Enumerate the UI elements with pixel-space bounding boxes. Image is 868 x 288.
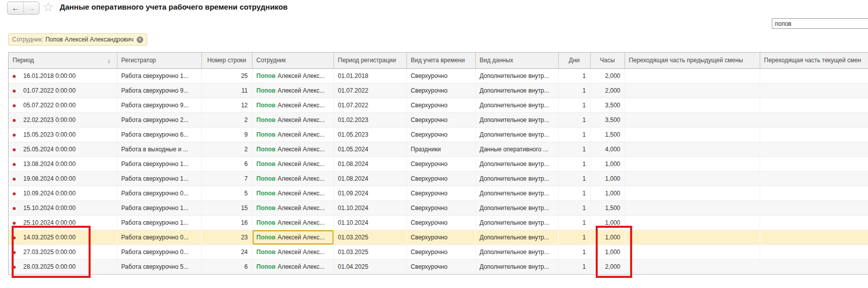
cell-registrar[interactable]: Работа сверхурочно 1... — [117, 215, 201, 230]
cell-employee[interactable]: ПоповАлексей Алекс... — [252, 215, 334, 230]
column-header-data-kind[interactable]: Вид данных — [475, 53, 558, 68]
cell-time-kind[interactable]: Сверхурочно — [406, 230, 475, 244]
cell-line-number[interactable]: 24 — [201, 244, 252, 259]
cell-time-kind[interactable]: Сверхурочно — [406, 127, 475, 142]
cell-line-number[interactable]: 2 — [201, 112, 252, 127]
cell-period[interactable]: 25.05.2024 0:00:00 — [9, 142, 117, 156]
cell-hours[interactable]: 1,000 — [590, 230, 625, 244]
cell-reg-period[interactable]: 01.08.2024 — [334, 156, 406, 171]
cell-reg-period[interactable]: 01.04.2025 — [334, 259, 406, 274]
table-row[interactable]: 14.03.2025 0:00:00 Работа сверхурочно 0.… — [9, 230, 868, 244]
cell-carry-prev[interactable] — [625, 171, 760, 186]
cell-carry-curr[interactable] — [760, 142, 868, 156]
cell-reg-period[interactable]: 01.03.2025 — [334, 244, 406, 259]
cell-hours[interactable]: 1,000 — [590, 156, 625, 171]
cell-period[interactable]: 16.01.2018 0:00:00 — [9, 68, 117, 83]
cell-period[interactable]: 19.08.2024 0:00:00 — [9, 171, 117, 186]
cell-data-kind[interactable]: Дополнительное внутр... — [475, 259, 558, 274]
cell-employee[interactable]: ПоповАлексей Алекс... — [252, 83, 334, 98]
cell-registrar[interactable]: Работа в выходные и ... — [117, 142, 201, 156]
cell-time-kind[interactable]: Сверхурочно — [406, 156, 475, 171]
cell-hours[interactable]: 1,000 — [590, 215, 625, 230]
cell-time-kind[interactable]: Праздники — [406, 142, 475, 156]
cell-time-kind[interactable]: Сверхурочно — [406, 68, 475, 83]
table-row[interactable]: 13.08.2024 0:00:00 Работа сверхурочно 1.… — [9, 156, 868, 171]
cell-days[interactable]: 1 — [558, 156, 590, 171]
cell-employee[interactable]: ПоповАлексей Алекс... — [252, 112, 334, 127]
column-header-hours[interactable]: Часы — [590, 53, 625, 68]
cell-employee[interactable]: ПоповАлексей Алекс... — [252, 156, 334, 171]
cell-reg-period[interactable]: 01.05.2024 — [334, 142, 406, 156]
cell-carry-prev[interactable] — [625, 244, 760, 259]
cell-line-number[interactable]: 25 — [201, 68, 252, 83]
cell-employee[interactable]: ПоповАлексей Алекс... — [252, 200, 334, 215]
cell-hours[interactable]: 2,000 — [590, 68, 625, 83]
cell-carry-prev[interactable] — [625, 112, 760, 127]
forward-button[interactable]: → — [23, 2, 39, 14]
cell-employee[interactable]: ПоповАлексей Алекс... — [252, 244, 334, 259]
cell-data-kind[interactable]: Дополнительное внутр... — [475, 215, 558, 230]
cell-days[interactable]: 1 — [558, 83, 590, 98]
cell-hours[interactable]: 1,000 — [590, 244, 625, 259]
cell-data-kind[interactable]: Дополнительное внутр... — [475, 68, 558, 83]
cell-time-kind[interactable]: Сверхурочно — [406, 98, 475, 112]
back-button[interactable]: ← — [8, 2, 23, 14]
cell-data-kind[interactable]: Дополнительное внутр... — [475, 186, 558, 200]
cell-carry-prev[interactable] — [625, 83, 760, 98]
cell-time-kind[interactable]: Сверхурочно — [406, 186, 475, 200]
cell-carry-prev[interactable] — [625, 259, 760, 274]
cell-period[interactable]: 01.07.2022 0:00:00 — [9, 83, 117, 98]
cell-employee[interactable]: ПоповАлексей Алекс... — [252, 142, 334, 156]
cell-period[interactable]: 27.03.2025 0:00:00 — [9, 244, 117, 259]
cell-line-number[interactable]: 15 — [201, 200, 252, 215]
cell-days[interactable]: 1 — [558, 259, 590, 274]
column-header-period[interactable]: Период↓ — [9, 53, 117, 68]
column-header-registrar[interactable]: Регистратор — [117, 53, 201, 68]
cell-reg-period[interactable]: 01.10.2024 — [334, 215, 406, 230]
cell-data-kind[interactable]: Дополнительное внутр... — [475, 98, 558, 112]
cell-registrar[interactable]: Работа сверхурочно 6... — [117, 127, 201, 142]
cell-carry-curr[interactable] — [760, 215, 868, 230]
cell-period[interactable]: 15.05.2023 0:00:00 — [9, 127, 117, 142]
table-row[interactable]: 10.09.2024 0:00:00 Работа сверхурочно 0.… — [9, 186, 868, 200]
cell-days[interactable]: 1 — [558, 230, 590, 244]
cell-data-kind[interactable]: Дополнительное внутр... — [475, 200, 558, 215]
table-row[interactable]: 16.01.2018 0:00:00 Работа сверхурочно 1.… — [9, 68, 868, 83]
table-row[interactable]: 01.07.2022 0:00:00 Работа сверхурочно 9.… — [9, 83, 868, 98]
cell-line-number[interactable]: 6 — [201, 259, 252, 274]
cell-carry-curr[interactable] — [760, 171, 868, 186]
cell-employee[interactable]: ПоповАлексей Алекс... — [252, 127, 334, 142]
cell-carry-prev[interactable] — [625, 200, 760, 215]
column-header-days[interactable]: Дни — [558, 53, 590, 68]
cell-period[interactable]: 15.10.2024 0:00:00 — [9, 200, 117, 215]
cell-carry-prev[interactable] — [625, 142, 760, 156]
column-header-carry-curr[interactable]: Переходящая часть текущей смен — [760, 53, 868, 68]
table-row[interactable]: 27.03.2025 0:00:00 Работа сверхурочно 0.… — [9, 244, 868, 259]
cell-line-number[interactable]: 23 — [201, 230, 252, 244]
cell-carry-prev[interactable] — [625, 215, 760, 230]
cell-reg-period[interactable]: 01.10.2024 — [334, 200, 406, 215]
cell-days[interactable]: 1 — [558, 112, 590, 127]
cell-data-kind[interactable]: Дополнительное внутр... — [475, 83, 558, 98]
cell-carry-curr[interactable] — [760, 244, 868, 259]
cell-reg-period[interactable]: 01.02.2023 — [334, 112, 406, 127]
cell-carry-prev[interactable] — [625, 68, 760, 83]
cell-registrar[interactable]: Работа сверхурочно 9... — [117, 98, 201, 112]
table-row[interactable]: 28.03.2025 0:00:00 Работа сверхурочно 5.… — [9, 259, 868, 274]
cell-line-number[interactable]: 9 — [201, 127, 252, 142]
cell-employee[interactable]: ПоповАлексей Алекс... — [252, 230, 334, 244]
column-header-employee[interactable]: Сотрудник — [252, 53, 334, 68]
cell-days[interactable]: 1 — [558, 244, 590, 259]
search-input[interactable] — [772, 18, 868, 29]
cell-time-kind[interactable]: Сверхурочно — [406, 200, 475, 215]
favorite-star-icon[interactable]: ☆ — [43, 0, 54, 14]
cell-carry-curr[interactable] — [760, 156, 868, 171]
cell-employee[interactable]: ПоповАлексей Алекс... — [252, 259, 334, 274]
table-row[interactable]: 25.10.2024 0:00:00 Работа сверхурочно 1.… — [9, 215, 868, 230]
cell-data-kind[interactable]: Дополнительное внутр... — [475, 171, 558, 186]
cell-line-number[interactable]: 2 — [201, 142, 252, 156]
cell-reg-period[interactable]: 01.07.2022 — [334, 83, 406, 98]
table-row[interactable]: 15.10.2024 0:00:00 Работа сверхурочно 1.… — [9, 200, 868, 215]
cell-registrar[interactable]: Работа сверхурочно 0... — [117, 244, 201, 259]
cell-reg-period[interactable]: 01.01.2018 — [334, 68, 406, 83]
